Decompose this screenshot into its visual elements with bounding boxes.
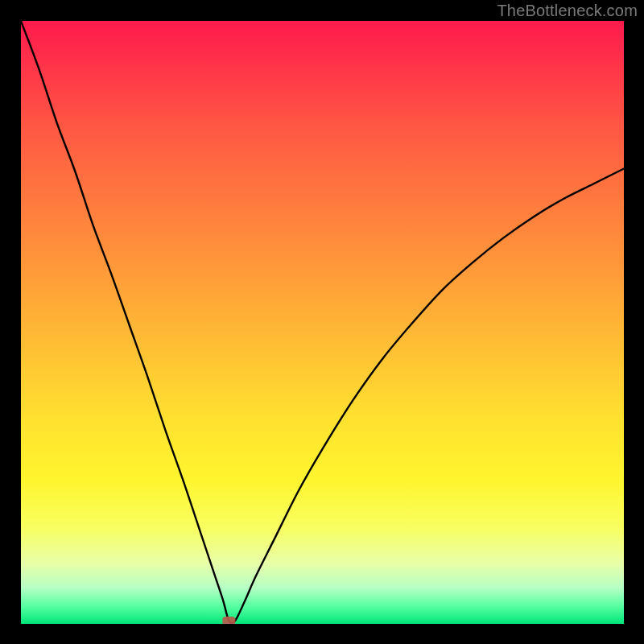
chart-frame: TheBottleneck.com bbox=[0, 0, 644, 644]
watermark-text: TheBottleneck.com bbox=[497, 2, 638, 20]
min-marker bbox=[222, 617, 235, 624]
plot-area bbox=[21, 21, 624, 624]
bottleneck-curve bbox=[21, 21, 624, 623]
curve-layer bbox=[21, 21, 624, 624]
